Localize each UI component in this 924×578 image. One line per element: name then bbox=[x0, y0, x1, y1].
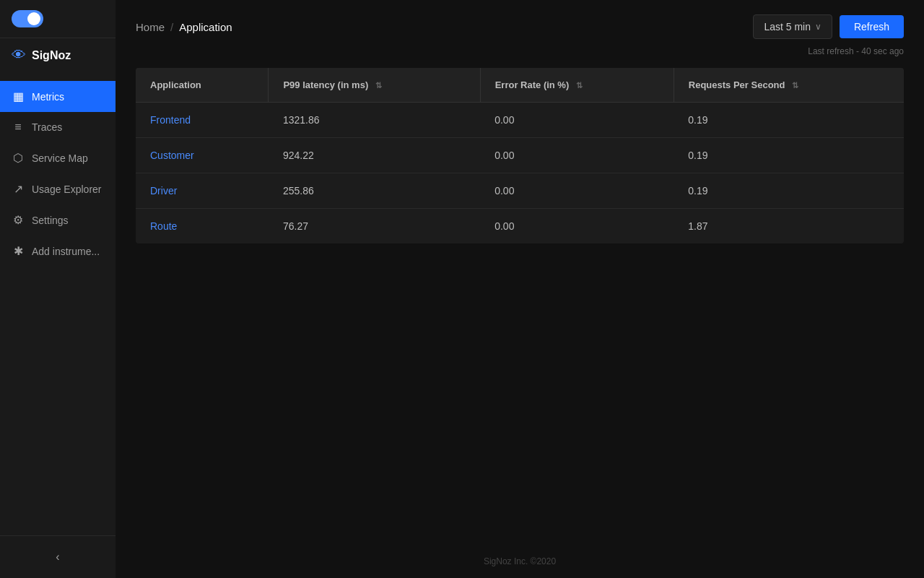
page-header: Home / Application Last 5 min ∨ Refresh bbox=[116, 0, 924, 46]
sort-icon: ⇅ bbox=[792, 81, 798, 90]
col-header-p99latency[interactable]: P99 latency (in ms) ⇅ bbox=[269, 68, 480, 103]
usage-explorer-icon: ↗ bbox=[12, 182, 25, 196]
applications-table: Application P99 latency (in ms) ⇅ Error … bbox=[136, 68, 904, 243]
sidebar-item-service-map[interactable]: ⬡ Service Map bbox=[0, 142, 116, 173]
sidebar-item-label: Traces bbox=[32, 121, 62, 133]
add-instrument-icon: ✱ bbox=[12, 244, 25, 258]
breadcrumb-home[interactable]: Home bbox=[136, 21, 165, 33]
application-link[interactable]: Customer bbox=[150, 150, 194, 161]
table-row: Frontend1321.860.000.19 bbox=[136, 103, 904, 138]
cell-errorrate: 0.00 bbox=[480, 138, 674, 173]
traces-icon: ≡ bbox=[12, 121, 25, 134]
refresh-button[interactable]: Refresh bbox=[840, 15, 904, 38]
cell-rps: 1.87 bbox=[674, 209, 904, 244]
cell-errorrate: 0.00 bbox=[480, 103, 674, 138]
metrics-icon: ▦ bbox=[12, 90, 25, 103]
cell-application: Customer bbox=[136, 138, 269, 173]
service-map-icon: ⬡ bbox=[12, 151, 25, 165]
sidebar-item-metrics[interactable]: ▦ Metrics bbox=[0, 81, 116, 112]
table-body: Frontend1321.860.000.19Customer924.220.0… bbox=[136, 103, 904, 244]
page-footer: SigNoz Inc. ©2020 bbox=[116, 545, 924, 578]
logo-area: 👁 SigNoz bbox=[0, 38, 116, 75]
col-header-rps[interactable]: Requests Per Second ⇅ bbox=[674, 68, 904, 103]
cell-p99latency: 924.22 bbox=[269, 138, 480, 173]
col-header-errorrate[interactable]: Error Rate (in %) ⇅ bbox=[480, 68, 674, 103]
logo-icon: 👁 bbox=[12, 47, 26, 64]
cell-rps: 0.19 bbox=[674, 103, 904, 138]
page-content: Application P99 latency (in ms) ⇅ Error … bbox=[116, 68, 924, 545]
footer-text: SigNoz Inc. ©2020 bbox=[484, 556, 556, 566]
logo-text: SigNoz bbox=[32, 49, 71, 62]
sidebar-item-label: Service Map bbox=[32, 152, 88, 164]
cell-p99latency: 1321.86 bbox=[269, 103, 480, 138]
cell-p99latency: 255.86 bbox=[269, 173, 480, 209]
cell-application: Route bbox=[136, 209, 269, 244]
sidebar-item-label: Add instrume... bbox=[32, 246, 100, 257]
application-link[interactable]: Driver bbox=[150, 185, 177, 197]
sidebar-header bbox=[0, 0, 116, 38]
sidebar: 👁 SigNoz ▦ Metrics ≡ Traces ⬡ Service Ma… bbox=[0, 0, 116, 578]
col-header-application[interactable]: Application bbox=[136, 68, 269, 103]
sidebar-item-label: Metrics bbox=[32, 91, 64, 103]
applications-table-container: Application P99 latency (in ms) ⇅ Error … bbox=[136, 68, 904, 243]
table-header-row: Application P99 latency (in ms) ⇅ Error … bbox=[136, 68, 904, 103]
settings-icon: ⚙ bbox=[12, 213, 25, 227]
collapse-button[interactable]: ‹ bbox=[50, 548, 65, 566]
sidebar-item-label: Settings bbox=[32, 215, 69, 226]
sidebar-item-usage-explorer[interactable]: ↗ Usage Explorer bbox=[0, 173, 116, 204]
cell-application: Driver bbox=[136, 173, 269, 209]
time-range-selector[interactable]: Last 5 min ∨ bbox=[753, 14, 832, 39]
application-link[interactable]: Route bbox=[150, 220, 177, 232]
sidebar-item-traces[interactable]: ≡ Traces bbox=[0, 112, 116, 142]
sort-icon: ⇅ bbox=[375, 81, 382, 90]
cell-application: Frontend bbox=[136, 103, 269, 138]
chevron-down-icon: ∨ bbox=[815, 22, 821, 32]
sidebar-item-label: Usage Explorer bbox=[32, 184, 102, 195]
breadcrumb: Home / Application bbox=[136, 21, 232, 33]
sidebar-bottom: ‹ bbox=[0, 535, 116, 578]
cell-rps: 0.19 bbox=[674, 173, 904, 209]
cell-p99latency: 76.27 bbox=[269, 209, 480, 244]
table-row: Driver255.860.000.19 bbox=[136, 173, 904, 209]
time-range-label: Last 5 min bbox=[764, 21, 811, 33]
nav-items: ▦ Metrics ≡ Traces ⬡ Service Map ↗ Usage… bbox=[0, 75, 116, 535]
sidebar-item-add-instrument[interactable]: ✱ Add instrume... bbox=[0, 236, 116, 267]
header-controls: Last 5 min ∨ Refresh bbox=[753, 14, 904, 39]
breadcrumb-separator: / bbox=[170, 21, 173, 33]
last-refresh-text: Last refresh - 40 sec ago bbox=[116, 46, 924, 68]
theme-toggle[interactable] bbox=[12, 10, 43, 27]
cell-rps: 0.19 bbox=[674, 138, 904, 173]
application-link[interactable]: Frontend bbox=[150, 114, 191, 126]
sort-icon: ⇅ bbox=[576, 81, 583, 90]
cell-errorrate: 0.00 bbox=[480, 173, 674, 209]
main-content: Home / Application Last 5 min ∨ Refresh … bbox=[116, 0, 924, 578]
table-row: Customer924.220.000.19 bbox=[136, 138, 904, 173]
sidebar-item-settings[interactable]: ⚙ Settings bbox=[0, 204, 116, 236]
breadcrumb-current: Application bbox=[179, 21, 232, 33]
table-row: Route76.270.001.87 bbox=[136, 209, 904, 244]
cell-errorrate: 0.00 bbox=[480, 209, 674, 244]
